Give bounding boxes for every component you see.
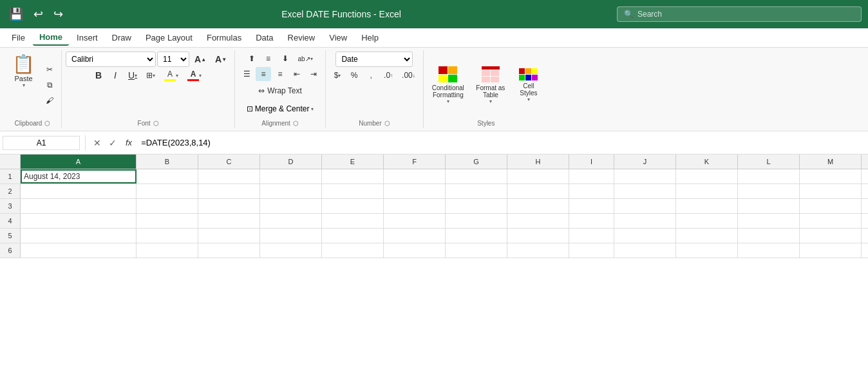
col-header-c[interactable]: C [198,155,260,169]
wrap-text-button[interactable]: ⇔ Wrap Text [252,82,308,99]
undo-icon[interactable]: ↩ [31,6,46,23]
search-box[interactable]: 🔍 Search [617,6,862,22]
merge-center-button[interactable]: ⊡ Merge & Center ▾ [242,100,319,117]
col-header-m[interactable]: M [800,155,862,169]
dec-dec-button[interactable]: .00↓ [398,68,419,82]
cell-i5[interactable] [569,229,614,243]
cell-h4[interactable] [507,214,569,228]
dec-inc-button[interactable]: .0↑ [380,68,397,82]
font-color-button[interactable]: A ▾ [184,68,205,82]
underline-button[interactable]: U ▾ [124,68,141,82]
cell-g1[interactable] [446,169,507,184]
cell-b6[interactable] [137,243,198,258]
cell-j2[interactable] [614,184,676,198]
align-center-button[interactable]: ≡ [256,67,271,81]
cell-d1[interactable] [260,169,322,184]
align-bottom-button[interactable]: ⬇ [278,52,293,66]
indent-inc-button[interactable]: ⇥ [306,67,321,81]
cell-f4[interactable] [384,214,446,228]
menu-home[interactable]: Home [33,30,69,46]
italic-button[interactable]: I [108,68,123,82]
alignment-expand-icon[interactable]: ⬡ [293,120,299,127]
paste-button[interactable]: 📋 Paste ▾ [8,52,39,118]
font-size-decrease-button[interactable]: A▼ [211,52,231,66]
cell-j3[interactable] [614,199,676,213]
menu-formulas[interactable]: Formulas [200,30,248,45]
clipboard-expand-icon[interactable]: ⬡ [44,120,50,127]
cell-k3[interactable] [676,199,738,213]
cell-k1[interactable] [676,169,738,184]
format-as-table-button[interactable]: Format asTable ▾ [471,64,510,107]
menu-data[interactable]: Data [249,30,279,45]
menu-draw[interactable]: Draw [106,30,138,45]
cell-e1[interactable] [322,169,384,184]
cell-g3[interactable] [446,199,507,213]
name-box[interactable]: A1 [3,136,80,150]
align-left-button[interactable]: ☰ [239,67,254,81]
cell-b1[interactable] [137,169,198,184]
format-painter-button[interactable]: 🖌 [42,93,57,108]
menu-review[interactable]: Review [281,30,322,45]
menu-page-layout[interactable]: Page Layout [139,30,199,45]
cell-k5[interactable] [676,229,738,243]
menu-help[interactable]: Help [355,30,385,45]
cell-k2[interactable] [676,184,738,198]
number-format-select[interactable]: Date [335,52,413,67]
conditional-formatting-button[interactable]: ConditionalFormatting ▾ [428,64,469,107]
col-header-d[interactable]: D [260,155,322,169]
cell-i6[interactable] [569,243,614,258]
cell-m6[interactable] [800,243,862,258]
redo-icon[interactable]: ↪ [51,6,66,23]
cell-d3[interactable] [260,199,322,213]
cell-m1[interactable] [800,169,862,184]
cell-a2[interactable] [21,184,137,198]
cell-l4[interactable] [738,214,800,228]
cell-g6[interactable] [446,243,507,258]
cell-g2[interactable] [446,184,507,198]
cell-l2[interactable] [738,184,800,198]
cell-l3[interactable] [738,199,800,213]
cell-h1[interactable] [507,169,569,184]
cell-e3[interactable] [322,199,384,213]
cell-j4[interactable] [614,214,676,228]
cell-m5[interactable] [800,229,862,243]
cell-styles-button[interactable]: CellStyles ▾ [513,66,545,105]
formula-cancel-button[interactable]: ✕ [91,136,104,149]
cell-f3[interactable] [384,199,446,213]
cell-c3[interactable] [198,199,260,213]
cell-h5[interactable] [507,229,569,243]
cell-a4[interactable] [21,214,137,228]
cell-i1[interactable] [569,169,614,184]
menu-file[interactable]: File [5,30,32,45]
cell-d2[interactable] [260,184,322,198]
cell-a3[interactable] [21,199,137,213]
cell-a5[interactable] [21,229,137,243]
font-family-select[interactable]: Calibri [66,52,156,67]
cell-c4[interactable] [198,214,260,228]
font-expand-icon[interactable]: ⬡ [153,120,159,127]
formula-confirm-button[interactable]: ✓ [106,136,119,149]
cell-l5[interactable] [738,229,800,243]
cell-f1[interactable] [384,169,446,184]
cell-i4[interactable] [569,214,614,228]
cell-h3[interactable] [507,199,569,213]
cell-i2[interactable] [569,184,614,198]
col-header-k[interactable]: K [676,155,738,169]
orientation-button[interactable]: ab↗ ▾ [294,52,317,66]
cell-c6[interactable] [198,243,260,258]
cell-g5[interactable] [446,229,507,243]
cell-g4[interactable] [446,214,507,228]
col-header-g[interactable]: G [446,155,507,169]
cell-e5[interactable] [322,229,384,243]
comma-button[interactable]: , [363,68,379,82]
cell-b2[interactable] [137,184,198,198]
cell-m3[interactable] [800,199,862,213]
cell-d4[interactable] [260,214,322,228]
fill-color-button[interactable]: A ▾ [160,68,182,82]
col-header-h[interactable]: H [507,155,569,169]
align-middle-button[interactable]: ≡ [261,52,276,66]
col-header-l[interactable]: L [738,155,800,169]
col-header-e[interactable]: E [322,155,384,169]
col-header-j[interactable]: J [614,155,676,169]
cell-l6[interactable] [738,243,800,258]
